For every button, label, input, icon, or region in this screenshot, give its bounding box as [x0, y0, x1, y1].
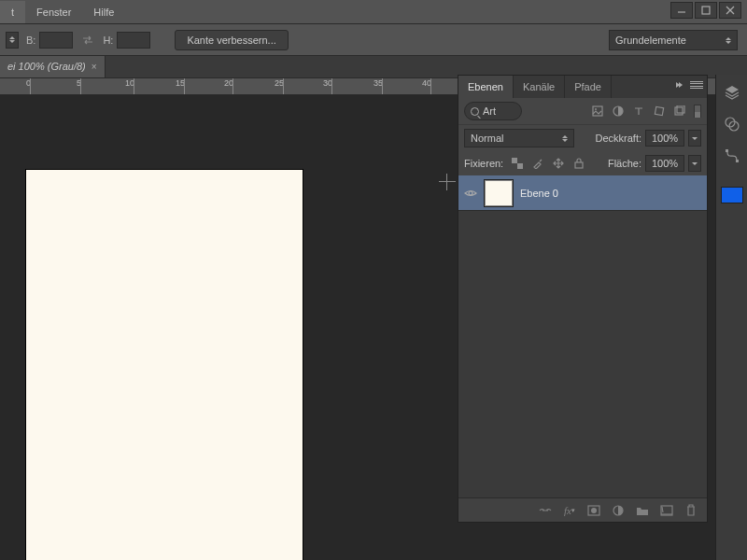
filter-toggle-switch[interactable]: [694, 105, 701, 118]
menu-bar: t Fenster Hilfe: [0, 0, 747, 24]
swap-dimensions-icon[interactable]: [80, 33, 95, 48]
lock-transparency-icon[interactable]: [511, 157, 524, 170]
height-input[interactable]: [117, 32, 150, 49]
panel-footer: fx▾: [458, 497, 707, 522]
lock-all-icon[interactable]: [572, 157, 585, 170]
maximize-button[interactable]: [695, 2, 717, 19]
layer-name[interactable]: Ebene 0: [520, 188, 558, 199]
height-label: H:: [103, 35, 113, 46]
svg-point-13: [469, 191, 472, 195]
refine-edge-button[interactable]: Kante verbessern...: [175, 30, 288, 50]
layer-row[interactable]: Ebene 0: [458, 175, 707, 211]
layer-style-icon[interactable]: fx▾: [563, 504, 576, 517]
filter-label: Art: [483, 105, 496, 117]
svg-point-18: [726, 118, 735, 127]
lock-pixels-icon[interactable]: [531, 157, 544, 170]
document-tab[interactable]: ei 100% (Grau/8) ×: [0, 55, 106, 77]
width-field-group: B:: [26, 32, 73, 49]
svg-rect-1: [702, 7, 710, 14]
link-layers-icon[interactable]: [539, 504, 552, 517]
panel-menu-icon[interactable]: [690, 79, 703, 91]
lock-row: Fixieren: Fläche: 100%: [458, 151, 707, 175]
blend-mode-select[interactable]: Normal: [464, 129, 574, 147]
paths-dock-icon[interactable]: [722, 146, 742, 166]
tab-layers[interactable]: Ebenen: [458, 76, 514, 98]
svg-rect-9: [677, 105, 684, 113]
window-controls: [670, 2, 741, 19]
blend-mode-value: Normal: [471, 133, 503, 144]
filter-smartobject-icon[interactable]: [673, 105, 686, 118]
svg-rect-10: [512, 158, 517, 163]
svg-rect-8: [675, 107, 683, 115]
panel-tab-bar: Ebenen Kanäle Pfade: [458, 76, 707, 98]
ruler-mark: 20: [222, 78, 233, 88]
menu-item-hilfe[interactable]: Hilfe: [82, 1, 125, 23]
height-field-group: H:: [103, 32, 150, 49]
visibility-toggle-icon[interactable]: [464, 187, 477, 200]
layers-panel: Ebenen Kanäle Pfade Art Normal Deckkraft…: [458, 75, 708, 523]
tool-preset-dropdown[interactable]: [6, 32, 19, 49]
blend-mode-row: Normal Deckkraft: 100%: [458, 125, 707, 151]
fill-dropdown-arrow[interactable]: [688, 155, 701, 172]
ruler-mark: 0: [24, 78, 31, 88]
opacity-value[interactable]: 100%: [645, 130, 684, 147]
svg-rect-11: [517, 163, 523, 169]
width-input[interactable]: [39, 32, 73, 49]
ruler-mark: 15: [174, 78, 185, 88]
filter-type-icon[interactable]: [632, 105, 645, 118]
fill-label: Fläche:: [608, 158, 641, 169]
options-bar: B: H: Kante verbessern... Grundelemente: [0, 24, 747, 56]
new-layer-icon[interactable]: [660, 504, 673, 517]
layer-thumbnail[interactable]: [485, 180, 513, 206]
new-group-icon[interactable]: [636, 504, 649, 517]
opacity-dropdown-arrow[interactable]: [688, 130, 701, 147]
adjustment-layer-icon[interactable]: [612, 504, 625, 517]
ruler-mark: 5: [75, 78, 81, 88]
tab-paths[interactable]: Pfade: [565, 76, 612, 98]
workspace-switcher[interactable]: Grundelemente: [609, 30, 738, 50]
ruler-mark: 10: [123, 78, 134, 88]
right-dock: [715, 75, 747, 560]
lock-position-icon[interactable]: [552, 157, 565, 170]
svg-point-15: [591, 508, 597, 513]
layers-list: Ebene 0: [458, 175, 707, 497]
document-title: ei 100% (Grau/8): [7, 61, 86, 72]
close-tab-icon[interactable]: ×: [92, 62, 97, 72]
lock-label: Fixieren:: [464, 158, 503, 169]
layer-filter-row: Art: [458, 98, 707, 125]
layer-mask-icon[interactable]: [587, 504, 600, 517]
ruler-mark: 35: [372, 78, 383, 88]
ruler-mark: 30: [321, 78, 332, 88]
panel-collapse-icon[interactable]: [677, 82, 688, 88]
channels-dock-icon[interactable]: [722, 114, 742, 134]
layer-filter-dropdown[interactable]: Art: [464, 102, 522, 120]
filter-adjustment-icon[interactable]: [612, 105, 625, 118]
filter-shape-icon[interactable]: [653, 105, 666, 118]
ruler-mark: 40: [420, 78, 431, 88]
svg-rect-20: [726, 149, 728, 152]
close-button[interactable]: [719, 2, 741, 19]
menu-item-fenster[interactable]: Fenster: [25, 1, 82, 23]
opacity-label: Deckkraft:: [595, 133, 641, 144]
color-swatch[interactable]: [721, 187, 743, 203]
minimize-button[interactable]: [670, 2, 693, 19]
ruler-mark: 25: [273, 78, 284, 88]
width-label: B:: [26, 35, 35, 46]
workspace-label: Grundelemente: [615, 35, 686, 46]
svg-rect-12: [575, 162, 583, 168]
search-icon: [471, 107, 479, 116]
svg-rect-7: [655, 106, 663, 115]
tab-channels[interactable]: Kanäle: [514, 76, 565, 98]
fill-value[interactable]: 100%: [645, 155, 684, 172]
filter-pixel-icon[interactable]: [591, 105, 604, 118]
delete-layer-icon[interactable]: [684, 504, 698, 517]
svg-point-19: [729, 121, 739, 131]
document-canvas[interactable]: [26, 170, 303, 560]
layers-dock-icon[interactable]: [722, 82, 742, 103]
svg-point-5: [595, 108, 597, 110]
menu-item-truncated[interactable]: t: [0, 1, 25, 23]
